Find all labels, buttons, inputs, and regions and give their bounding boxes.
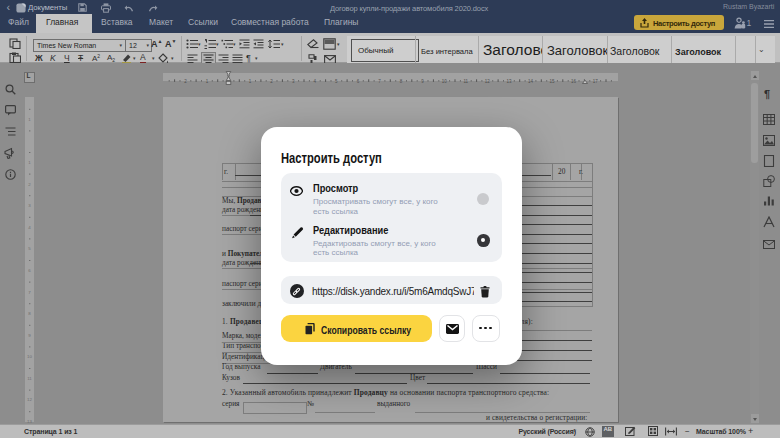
svg-text:10: 10	[27, 354, 32, 359]
svg-text:11: 11	[27, 376, 32, 381]
svg-text:3: 3	[28, 203, 31, 208]
svg-text:5: 5	[28, 246, 31, 251]
svg-text:7: 7	[28, 290, 31, 295]
svg-text:6: 6	[28, 268, 31, 273]
svg-text:1: 1	[28, 160, 31, 165]
svg-text:4: 4	[28, 225, 31, 230]
svg-text:12: 12	[27, 397, 32, 402]
svg-text:2: 2	[28, 182, 31, 187]
svg-text:1: 1	[28, 117, 31, 122]
svg-text:8: 8	[28, 311, 31, 316]
svg-text:9: 9	[28, 333, 31, 338]
